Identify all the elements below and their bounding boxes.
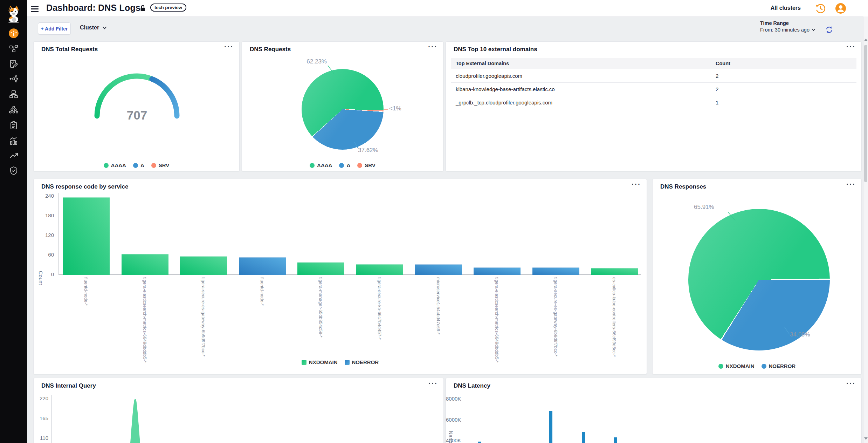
sidebar-item-report-edit[interactable] <box>8 59 19 69</box>
y-tick-label: 6000K <box>446 417 459 423</box>
slice-label-nxdomain: 65.91% <box>694 204 714 211</box>
latency-bar[interactable] <box>478 442 481 443</box>
legend-swatch <box>151 163 156 168</box>
panel-menu-button[interactable]: ··· <box>632 180 641 188</box>
sidebar-item-service-graph[interactable] <box>8 74 19 84</box>
sidebar-item-trend-arrow[interactable] <box>8 150 19 161</box>
dashboard-page: Dashboard: DNS Logs tech preview All clu… <box>0 0 868 443</box>
time-range-value[interactable]: From: 30 minutes ago <box>760 27 815 33</box>
row-separator <box>451 96 856 96</box>
column-header-count[interactable]: Count <box>716 61 730 66</box>
panel-title: DNS Latency <box>454 382 490 389</box>
scroll-up-arrow-icon[interactable] <box>864 39 868 41</box>
legend-swatch <box>310 163 315 168</box>
bar-noerror[interactable] <box>415 264 462 275</box>
sidebar-item-cluster-group[interactable] <box>8 104 19 115</box>
add-filter-button[interactable]: + Add Filter <box>38 22 71 35</box>
latency-bar[interactable] <box>582 432 585 443</box>
panel-menu-button[interactable]: ··· <box>846 379 856 387</box>
cell-count: 2 <box>716 86 718 92</box>
table-header: Top External Domains Count <box>451 58 856 69</box>
user-avatar-icon[interactable] <box>835 3 846 14</box>
chevron-down-icon <box>812 28 815 31</box>
panel-title: DNS response code by service <box>41 183 129 190</box>
legend-swatch <box>133 163 138 168</box>
sidebar-item-flow-pipeline[interactable] <box>8 43 19 54</box>
panel-dns-top-domains: DNS Top 10 external domains ··· Top Exte… <box>446 41 862 171</box>
sidebar-item-chart-stats[interactable] <box>8 136 19 146</box>
bar-noerror[interactable] <box>532 267 579 275</box>
area-spike[interactable] <box>34 378 443 443</box>
x-tick-label: es-calico-kube-controllers-56cf99d5cc-* <box>612 277 616 357</box>
time-range-label: Time Range <box>760 20 815 26</box>
top-bar: Dashboard: DNS Logs tech preview All clu… <box>27 0 868 17</box>
panel-menu-button[interactable]: ··· <box>428 42 438 51</box>
cell-domain: kibana-knowledge-base-artifacts.elastic.… <box>456 86 555 92</box>
bar-noerror[interactable] <box>474 267 521 275</box>
table-row[interactable]: _grpclb._tcp.cloudprofiler.googleapis.co… <box>451 96 856 109</box>
hamburger-menu-icon[interactable] <box>31 5 39 12</box>
cluster-scope-label[interactable]: All clusters <box>771 5 801 11</box>
panel-menu-button[interactable]: ··· <box>846 180 856 188</box>
legend-swatch <box>345 360 350 365</box>
lock-icon <box>140 5 146 13</box>
x-tick-label: tigera-manager-65db854c59-* <box>318 277 323 338</box>
x-tick-label: tigera-secure-es-gateway-6b9d9f7bcc-* <box>201 277 206 356</box>
column-header-domains[interactable]: Top External Domains <box>456 61 509 66</box>
sidebar-item-network-tree[interactable] <box>8 89 19 100</box>
scroll-down-arrow-icon[interactable] <box>864 437 868 440</box>
tech-preview-badge: tech preview <box>150 4 186 12</box>
bar-nxdomain[interactable] <box>63 197 110 275</box>
table-row[interactable]: kibana-knowledge-base-artifacts.elastic.… <box>451 82 856 96</box>
panel-dns-responses: DNS Responses ··· 65.91% 34.09% NXDOMAIN… <box>652 179 862 374</box>
panel-dns-internal-query: DNS Internal Query ··· 220165110 <box>33 378 444 443</box>
cluster-dropdown-label: Cluster <box>80 25 99 31</box>
bar-nxdomain[interactable] <box>591 268 638 275</box>
latency-bar[interactable] <box>614 437 617 443</box>
slice-label-a: 37.62% <box>358 147 378 154</box>
pie-chart-dns-responses[interactable] <box>688 209 830 350</box>
table-row[interactable]: cloudprofiler.googleapis.com2 <box>451 69 856 82</box>
sidebar-item-dashboards[interactable] <box>8 28 19 39</box>
cell-count: 2 <box>716 73 718 79</box>
panel-dns-requests: DNS Requests ··· 62.23% <1% 37.62% AAAA … <box>242 41 443 171</box>
legend: AAAA A SRV <box>242 162 443 168</box>
panel-dns-latency: DNS Latency ··· 8000K6000K4000K Nanoseco… <box>446 378 862 443</box>
scrollbar-thumb[interactable] <box>864 45 867 182</box>
page-title: Dashboard: DNS Logs <box>46 3 140 13</box>
row-separator <box>451 82 856 83</box>
panel-title: DNS Top 10 external domains <box>454 46 537 53</box>
refresh-icon[interactable] <box>825 25 834 34</box>
sidebar-item-shield-check[interactable] <box>8 165 19 176</box>
y-axis-title: Count <box>38 271 44 285</box>
gauge-value: 707 <box>109 108 165 122</box>
panel-dns-total-requests: DNS Total Requests ··· 707 AAAA A SRV <box>33 41 240 171</box>
y-tick-label: 120 <box>36 232 54 238</box>
legend-swatch <box>339 163 344 168</box>
panel-menu-button[interactable]: ··· <box>846 42 856 51</box>
history-icon[interactable] <box>815 3 826 14</box>
latency-bar[interactable] <box>549 411 552 443</box>
legend-swatch <box>302 360 306 365</box>
time-range-control: Time Range From: 30 minutes ago <box>760 20 815 33</box>
panel-title: DNS Responses <box>660 183 706 190</box>
chevron-down-icon <box>102 26 107 29</box>
cell-domain: cloudprofiler.googleapis.com <box>456 73 522 79</box>
y-tick-label: 8000K <box>446 396 459 402</box>
cluster-dropdown[interactable]: Cluster <box>80 25 107 31</box>
bar-nxdomain[interactable] <box>122 254 168 275</box>
bar-nxdomain[interactable] <box>297 262 344 275</box>
slice-label-noerror: 34.09% <box>790 331 810 338</box>
x-tick-label: fluentd-node-* <box>83 277 88 306</box>
x-tick-label: fluentd-node-* <box>260 277 264 306</box>
calico-cat-logo-icon[interactable] <box>5 5 22 23</box>
legend: NXDOMAIN NOERROR <box>34 359 647 365</box>
pie-chart-dns-requests[interactable] <box>302 69 384 150</box>
sidebar-item-clipboard[interactable] <box>8 120 19 131</box>
bar-noerror[interactable] <box>239 257 286 275</box>
y-tick-label: 180 <box>36 212 54 218</box>
bar-nxdomain[interactable] <box>356 264 403 275</box>
y-tick-label: 60 <box>36 252 54 258</box>
gauge-chart[interactable] <box>34 42 239 171</box>
bar-nxdomain[interactable] <box>180 256 227 275</box>
